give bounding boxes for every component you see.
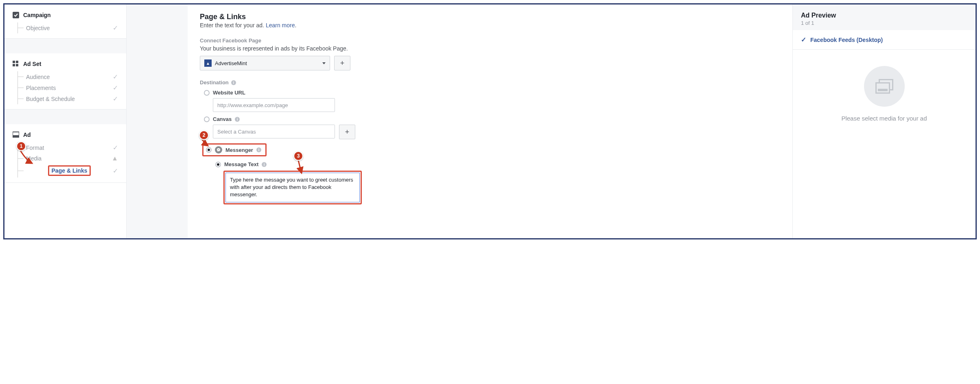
radio-icon (215, 162, 221, 167)
nav-ad-label: Ad (23, 132, 31, 138)
selected-page-name: AdvertiseMint (215, 60, 247, 66)
check-icon: ✓ (113, 73, 118, 81)
svg-rect-0 (13, 12, 19, 18)
check-icon: ✓ (113, 84, 118, 92)
nav-item-budget[interactable]: Budget & Schedule✓ (18, 93, 118, 104)
annotation-badge-3: 3 (293, 151, 303, 161)
annotation-badge-2: 2 (199, 130, 209, 140)
left-sidebar: Campaign Objective ✓ Ad Set Audience✓ Pl… (4, 4, 127, 238)
annotation-badge-1: 1 (16, 141, 26, 151)
preview-feed-selector[interactable]: ✓ Facebook Feeds (Desktop) (793, 30, 976, 50)
svg-rect-2 (16, 61, 18, 63)
chevron-down-icon (322, 62, 326, 64)
learn-more-link[interactable]: Learn more (266, 22, 295, 29)
add-page-button[interactable]: + (334, 56, 350, 70)
checkbox-icon (13, 12, 19, 18)
radio-canvas[interactable]: Canvas i (204, 116, 780, 122)
grid-icon (13, 61, 19, 67)
media-placeholder-icon (864, 66, 905, 107)
warning-icon: ▲ (112, 155, 118, 162)
page-select-dropdown[interactable]: ▲ AdvertiseMint (200, 56, 330, 70)
check-icon: ✓ (113, 144, 118, 151)
canvas-select[interactable]: Select a Canvas (213, 125, 335, 138)
svg-rect-6 (13, 135, 19, 137)
content-gutter (127, 4, 188, 238)
info-icon[interactable]: i (235, 117, 240, 122)
radio-icon (204, 90, 210, 96)
radio-website-url[interactable]: Website URL (204, 90, 780, 96)
website-url-input[interactable]: http://www.example.com/page (213, 98, 335, 112)
preview-count: 1 of 1 (801, 20, 967, 26)
info-icon[interactable]: i (262, 162, 267, 167)
info-icon[interactable]: i (256, 147, 261, 152)
connect-page-help: Your business is represented in ads by i… (200, 45, 780, 52)
radio-icon (204, 116, 210, 122)
page-title: Page & Links (200, 13, 780, 21)
svg-rect-4 (16, 64, 18, 66)
check-icon: ✓ (801, 36, 806, 44)
nav-ad-header[interactable]: Ad (13, 132, 118, 138)
svg-rect-1 (13, 61, 15, 63)
nav-adset-label: Ad Set (23, 61, 41, 67)
ad-icon (13, 132, 19, 138)
nav-campaign-header[interactable]: Campaign (13, 12, 118, 18)
nav-campaign-label: Campaign (23, 12, 51, 18)
ad-preview-panel: Ad Preview 1 of 1 ✓ Facebook Feeds (Desk… (792, 4, 976, 238)
messenger-icon (215, 146, 222, 154)
destination-label: Destination i (200, 79, 780, 86)
page-subtitle: Enter the text for your ad. Learn more. (200, 22, 780, 29)
preview-feed-name: Facebook Feeds (Desktop) (810, 37, 883, 43)
check-icon: ✓ (113, 24, 118, 32)
check-icon: ✓ (113, 95, 118, 103)
info-icon[interactable]: i (231, 80, 236, 85)
preview-title: Ad Preview (801, 12, 967, 19)
check-icon: ✓ (113, 167, 118, 175)
nav-adset-header[interactable]: Ad Set (13, 61, 118, 67)
nav-item-audience[interactable]: Audience✓ (18, 71, 118, 82)
connect-page-label: Connect Facebook Page (200, 37, 780, 44)
nav-item-placements[interactable]: Placements✓ (18, 82, 118, 93)
main-panel: Page & Links Enter the text for your ad.… (188, 4, 792, 238)
add-canvas-button[interactable]: + (339, 125, 355, 139)
nav-item-objective[interactable]: Objective ✓ (18, 22, 118, 33)
annotation-highlight: Page & Links (48, 165, 91, 176)
preview-empty-message: Please select media for your ad (841, 115, 927, 122)
nav-item-page-links[interactable]: Page & Links ✓ (18, 164, 118, 178)
svg-rect-3 (13, 64, 15, 66)
page-thumbnail-icon: ▲ (204, 59, 212, 67)
